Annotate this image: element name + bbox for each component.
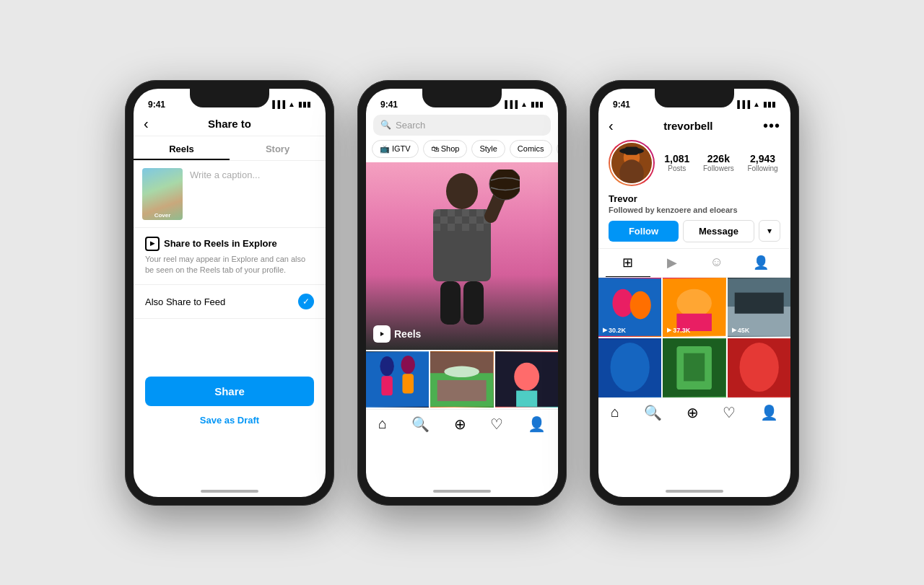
- tab-tagged[interactable]: ☺: [694, 249, 739, 277]
- phones-container: 9:41 ▐▐▐ ▲ ▮▮▮ ‹ Share to Reels Story Co…: [96, 51, 828, 535]
- phone-3-notch: [655, 89, 734, 107]
- category-shop[interactable]: 🛍 Shop: [423, 140, 468, 158]
- search-bar[interactable]: 🔍 Search: [373, 115, 551, 136]
- phone-2: 9:41 ▐▐▐ ▲ ▮▮▮ 🔍 Search 📺 IGTV 🛍 Shop St…: [357, 80, 567, 506]
- share-button[interactable]: Share: [145, 377, 314, 406]
- wifi-icon: ▲: [520, 100, 528, 108]
- search-nav-icon[interactable]: 🔍: [644, 404, 662, 421]
- reels-icon: ▶: [145, 237, 160, 251]
- also-share-feed[interactable]: Also Share to Feed ✓: [134, 285, 326, 319]
- svg-rect-24: [625, 146, 639, 154]
- heart-nav-icon[interactable]: ♡: [723, 404, 736, 421]
- phone-1-status-icons: ▐▐▐ ▲ ▮▮▮: [270, 100, 311, 108]
- add-nav-icon[interactable]: ⊕: [687, 404, 699, 421]
- back-button[interactable]: ‹: [609, 118, 614, 134]
- grid-item-2[interactable]: ▶ 37.3K: [663, 278, 725, 337]
- phone-1: 9:41 ▐▐▐ ▲ ▮▮▮ ‹ Share to Reels Story Co…: [125, 80, 334, 506]
- svg-rect-4: [440, 281, 461, 325]
- grid-item-3[interactable]: ▶ 45K: [728, 278, 790, 337]
- share-reels-title: ▶ Share to Reels in Explore: [145, 237, 314, 251]
- svg-rect-5: [463, 281, 484, 325]
- phone-3: 9:41 ▐▐▐ ▲ ▮▮▮ ‹ trevorbell •••: [590, 80, 799, 506]
- save-draft-button[interactable]: Save as Draft: [134, 412, 326, 428]
- phone-2-notch: [422, 89, 502, 107]
- home-nav-icon[interactable]: ⌂: [378, 415, 387, 432]
- svg-point-29: [677, 289, 712, 317]
- tab-igtv[interactable]: 👤: [739, 249, 784, 277]
- share-reels-description: Your reel may appear in Explore and can …: [145, 254, 314, 276]
- add-nav-icon[interactable]: ⊕: [454, 415, 466, 433]
- video-thumbnail: Cover: [142, 168, 183, 220]
- grid-item-4[interactable]: [598, 338, 661, 397]
- signal-icon: ▐▐▐: [735, 100, 750, 108]
- tab-reels[interactable]: Reels: [134, 136, 230, 160]
- category-igtv[interactable]: 📺 IGTV: [372, 140, 419, 158]
- svg-rect-16: [437, 379, 487, 400]
- cover-label: Cover: [142, 212, 183, 219]
- home-indicator: [666, 490, 723, 493]
- tab-story[interactable]: Story: [230, 136, 326, 160]
- play-icon: ▶: [732, 327, 736, 333]
- profile-nav-icon[interactable]: 👤: [760, 404, 778, 421]
- dropdown-button[interactable]: ▾: [759, 220, 780, 242]
- bottom-nav: ⌂ 🔍 ⊕ ♡ 👤: [366, 409, 558, 436]
- following-label: Following: [747, 164, 777, 172]
- svg-rect-19: [516, 390, 537, 406]
- svg-point-35: [610, 343, 649, 392]
- search-nav-icon[interactable]: 🔍: [411, 415, 430, 433]
- category-tv[interactable]: TV & Movie: [557, 140, 558, 158]
- reels-icon-badge: [373, 325, 391, 343]
- posts-label: Posts: [664, 164, 689, 172]
- back-button[interactable]: ‹: [144, 115, 149, 132]
- action-buttons-row: Follow Message ▾: [598, 220, 790, 248]
- heart-nav-icon[interactable]: ♡: [490, 415, 503, 433]
- grid-item-2[interactable]: [430, 351, 493, 408]
- phone-1-screen: 9:41 ▐▐▐ ▲ ▮▮▮ ‹ Share to Reels Story Co…: [134, 89, 326, 497]
- play-count-2: ▶ 37.3K: [667, 327, 690, 334]
- phone-3-status-icons: ▐▐▐ ▲ ▮▮▮: [735, 100, 776, 108]
- profile-name: Trevor: [598, 193, 790, 206]
- caption-area: Cover Write a caption...: [134, 161, 326, 228]
- home-nav-icon[interactable]: ⌂: [611, 404, 619, 421]
- tab-reels[interactable]: ▶: [650, 249, 695, 277]
- grid-item-6[interactable]: [728, 338, 790, 397]
- svg-point-27: [630, 291, 651, 319]
- signal-icon: ▐▐▐: [270, 100, 285, 108]
- phone-1-time: 9:41: [148, 100, 165, 110]
- wifi-icon: ▲: [753, 100, 760, 108]
- following-stat[interactable]: 2,943 Following: [747, 153, 777, 172]
- person-silhouette: [404, 170, 520, 350]
- grid-item-1[interactable]: [366, 351, 429, 408]
- reels-label: Reels: [373, 325, 421, 343]
- follow-button[interactable]: Follow: [609, 221, 679, 242]
- svg-point-40: [739, 343, 778, 392]
- wifi-icon: ▲: [288, 100, 295, 108]
- tab-grid[interactable]: ⊞: [606, 249, 650, 277]
- grid-item-3[interactable]: [495, 351, 558, 408]
- profile-header: ‹ trevorbell •••: [598, 115, 790, 140]
- grid-item-1[interactable]: ▶ 30.2K: [598, 278, 661, 337]
- grid-item-5[interactable]: [663, 338, 725, 397]
- svg-rect-12: [402, 374, 414, 393]
- category-comics[interactable]: Comics: [510, 140, 552, 158]
- profile-nav-icon[interactable]: 👤: [528, 415, 546, 433]
- svg-rect-33: [734, 292, 783, 313]
- followers-stat[interactable]: 226k Followers: [703, 153, 734, 172]
- search-input[interactable]: Search: [396, 120, 425, 131]
- username: trevorbell: [663, 120, 712, 132]
- play-count-1: ▶ 30.2K: [603, 327, 626, 334]
- caption-input[interactable]: Write a caption...: [190, 168, 317, 220]
- message-button[interactable]: Message: [683, 220, 754, 242]
- svg-rect-8: [366, 352, 429, 407]
- followers-label: Followers: [703, 164, 734, 172]
- main-video: Reels: [366, 162, 558, 350]
- posts-stat: 1,081 Posts: [664, 153, 689, 172]
- share-to-reels-section: ▶ Share to Reels in Explore Your reel ma…: [134, 228, 326, 286]
- signal-icon: ▐▐▐: [502, 100, 518, 108]
- more-options-button[interactable]: •••: [763, 118, 780, 134]
- profile-grid: ▶ 30.2K ▶ 37.3K: [598, 278, 790, 397]
- svg-point-0: [446, 173, 478, 209]
- svg-point-9: [380, 356, 393, 375]
- avatar-image: [610, 141, 653, 185]
- category-style[interactable]: Style: [471, 140, 505, 158]
